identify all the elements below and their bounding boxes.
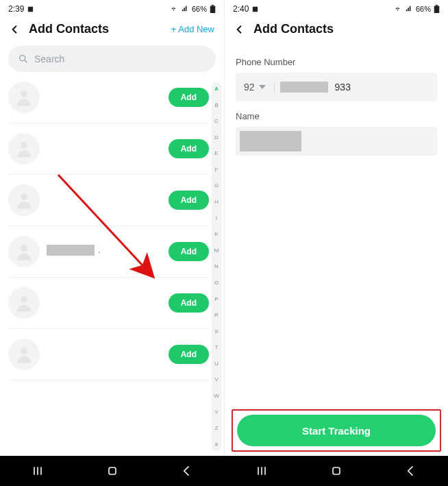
index-letter[interactable]: # — [215, 441, 218, 448]
index-letter[interactable]: O — [214, 280, 219, 286]
add-button[interactable]: Add — [169, 242, 209, 261]
battery-text: 66% — [192, 5, 207, 13]
svg-rect-1 — [210, 6, 216, 14]
index-letter[interactable]: G — [214, 182, 219, 189]
header: Add Contacts — [225, 15, 448, 42]
contact-row[interactable]: Add — [8, 278, 209, 329]
svg-point-9 — [21, 348, 27, 354]
svg-point-7 — [21, 245, 27, 252]
signal-icon — [181, 5, 189, 12]
phone-left: 2:39 66% Add Contacts + Add New — [0, 0, 224, 456]
svg-point-8 — [21, 296, 27, 303]
phone-input[interactable]: 92 933 — [236, 73, 437, 101]
add-button[interactable]: Add — [169, 139, 209, 158]
index-letter[interactable]: U — [214, 361, 219, 367]
android-navbar — [0, 456, 448, 486]
contact-row[interactable]: Add — [8, 175, 209, 226]
add-button[interactable]: Add — [169, 88, 209, 107]
start-tracking-highlight: Start Tracking — [232, 409, 441, 452]
index-letter[interactable]: D — [214, 134, 219, 141]
index-letter[interactable]: W — [214, 393, 219, 399]
phone-suffix: 933 — [335, 82, 351, 93]
nav-home-icon[interactable] — [105, 464, 119, 478]
nav-recent-icon[interactable] — [31, 464, 45, 478]
index-letter[interactable]: H — [214, 199, 219, 205]
add-button[interactable]: Add — [169, 345, 209, 364]
svg-rect-13 — [436, 5, 438, 6]
name-redacted — [240, 131, 301, 151]
svg-point-4 — [21, 90, 27, 97]
index-letter[interactable]: T — [215, 344, 219, 350]
svg-rect-14 — [109, 467, 116, 474]
contacts-list: Add Add Add · Add Add AddABCDEFGHIKMNOPR… — [0, 77, 224, 456]
index-letter[interactable]: R — [214, 312, 219, 318]
avatar — [8, 339, 40, 370]
search-field[interactable] — [8, 46, 216, 72]
contact-row[interactable]: Add — [8, 77, 209, 123]
status-bar: 2:39 66% — [0, 0, 224, 15]
add-button[interactable]: Add — [169, 293, 209, 313]
back-icon[interactable] — [234, 24, 245, 35]
index-letter[interactable]: V — [214, 376, 218, 382]
search-icon — [18, 53, 29, 64]
phone-redacted — [280, 82, 328, 93]
index-letter[interactable]: C — [214, 118, 219, 124]
index-letter[interactable]: F — [215, 167, 219, 173]
nav-back-icon[interactable] — [180, 464, 194, 478]
search-input[interactable] — [34, 53, 206, 64]
signal-icon — [405, 5, 413, 12]
index-letter[interactable]: Y — [214, 409, 218, 415]
page-title: Add Contacts — [29, 22, 163, 36]
back-icon[interactable] — [10, 24, 21, 35]
contact-row[interactable]: · Add — [8, 226, 209, 278]
phone-right: 2:40 66% Add Contacts Phone Number 92 — [224, 0, 448, 456]
index-letter[interactable]: M — [214, 247, 219, 254]
wifi-icon — [169, 5, 178, 12]
index-rail[interactable]: ABCDEFGHIKMNOPRSTUVWYZ# — [212, 82, 221, 452]
svg-point-3 — [20, 56, 25, 61]
svg-rect-11 — [253, 6, 258, 11]
country-code-select[interactable]: 92 — [244, 82, 275, 93]
form: Phone Number 92 933 Name — [225, 42, 448, 156]
media-icon — [251, 5, 259, 13]
svg-point-6 — [21, 193, 27, 200]
index-letter[interactable]: E — [214, 150, 218, 156]
index-letter[interactable]: N — [214, 263, 219, 269]
index-letter[interactable]: B — [214, 102, 218, 108]
phone-label: Phone Number — [236, 57, 437, 67]
index-letter[interactable]: K — [214, 231, 218, 237]
add-button[interactable]: Add — [169, 191, 209, 210]
chevron-down-icon — [259, 85, 266, 89]
nav-home-icon[interactable] — [329, 464, 343, 478]
index-letter[interactable]: S — [214, 328, 218, 335]
add-new-link[interactable]: + Add New — [171, 24, 214, 34]
status-bar: 2:40 66% — [225, 0, 448, 15]
header: Add Contacts + Add New — [0, 15, 224, 42]
status-time: 2:40 — [233, 4, 249, 14]
nav-recent-icon[interactable] — [255, 464, 269, 478]
nav-back-icon[interactable] — [404, 464, 418, 478]
start-tracking-button[interactable]: Start Tracking — [237, 415, 436, 446]
index-letter[interactable]: A — [214, 86, 219, 92]
media-icon — [27, 5, 34, 13]
avatar — [8, 133, 40, 165]
index-letter[interactable]: Z — [215, 425, 219, 431]
battery-icon — [210, 5, 216, 13]
country-code-value: 92 — [244, 82, 255, 93]
svg-rect-2 — [212, 5, 214, 6]
name-input[interactable] — [236, 127, 437, 156]
avatar — [8, 287, 40, 319]
avatar — [8, 236, 40, 267]
avatar — [8, 184, 40, 216]
status-time: 2:39 — [8, 4, 24, 14]
contact-row[interactable]: Add — [8, 329, 209, 380]
contact-name: · — [47, 245, 162, 258]
svg-rect-0 — [28, 6, 33, 11]
wifi-icon — [393, 5, 402, 12]
index-letter[interactable]: P — [214, 296, 218, 302]
name-label: Name — [236, 111, 437, 121]
page-title: Add Contacts — [253, 22, 438, 36]
avatar — [8, 82, 40, 113]
index-letter[interactable]: I — [216, 215, 217, 221]
contact-row[interactable]: Add — [8, 123, 209, 175]
